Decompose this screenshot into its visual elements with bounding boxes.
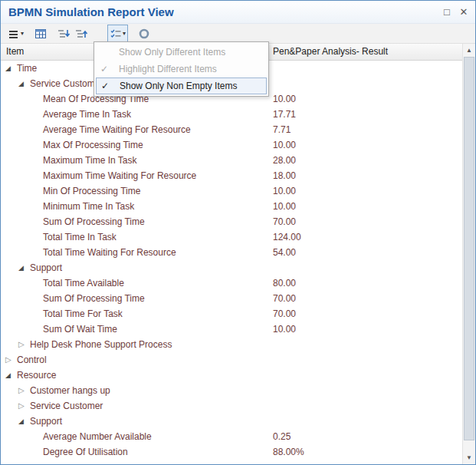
chevron-down-icon: ▾ (21, 30, 24, 37)
item-cell: ▷ Control (1, 352, 268, 368)
record-button[interactable] (136, 25, 153, 43)
item-label: Total Time In Task (43, 229, 117, 245)
expanded-icon[interactable]: ◢ (18, 76, 28, 91)
collapsed-icon[interactable]: ▷ (18, 383, 28, 398)
item-value: 0.25 (268, 429, 291, 444)
table-row[interactable]: ◢ Support (1, 260, 462, 275)
item-cell: Maximum Time Waiting For Resource (1, 168, 268, 183)
item-label: Service Customer (30, 76, 103, 91)
item-cell: ◢ Support (1, 260, 268, 275)
table-row[interactable]: ◢ Support (1, 414, 462, 429)
table-row[interactable]: ▷ Service Customer (1, 398, 462, 414)
expanded-icon[interactable]: ◢ (5, 368, 15, 383)
table-row[interactable]: Average Time Waiting For Resource 7.71 (1, 122, 462, 137)
table-row[interactable]: Maximum Time Waiting For Resource 18.00 (1, 168, 462, 183)
table-row[interactable]: Sum Of Wait Time 10.00 (1, 322, 462, 337)
item-value: 88.00% (268, 444, 304, 460)
item-label: Sum Of Processing Time (43, 291, 145, 306)
item-value: 70.00 (268, 291, 296, 306)
expanded-icon[interactable]: ◢ (18, 414, 28, 429)
item-label: Control (17, 352, 47, 368)
item-value (268, 352, 273, 368)
scroll-up-button[interactable]: ▲ (463, 44, 475, 57)
window-title: BPMN Simulation Report View (8, 5, 438, 18)
display-options-button[interactable]: ▾ (107, 25, 128, 43)
table-row[interactable]: ◢ Resource (1, 368, 462, 383)
item-value (268, 414, 273, 429)
menu-item[interactable]: ✓ Show Only Non Empty Items (96, 78, 267, 94)
item-value: 70.00 (268, 306, 296, 322)
table-row[interactable]: Max Of Processing Time 10.00 (1, 137, 462, 153)
expanded-icon[interactable]: ◢ (5, 61, 15, 76)
item-cell: Total Time In Task (1, 229, 268, 245)
title-bar: BPMN Simulation Report View □ ✕ (1, 1, 475, 24)
table-row[interactable]: Sum Of Processing Time 70.00 (1, 214, 462, 229)
item-label: Time (17, 61, 37, 76)
table-row[interactable]: ▷ Customer hangs up (1, 383, 462, 398)
item-cell: Max Of Processing Time (1, 137, 268, 153)
item-cell: Sum Of Processing Time (1, 214, 268, 229)
check-icon: ✓ (100, 64, 119, 74)
item-label: Customer hangs up (30, 383, 110, 398)
expanded-icon[interactable]: ◢ (18, 260, 28, 275)
vertical-scrollbar[interactable]: ▲ ▼ (462, 44, 475, 464)
menu-item: ✓ Highlight Different Items (96, 61, 267, 78)
collapse-items-button[interactable] (73, 25, 90, 43)
table-row[interactable]: Total Time In Task 124.00 (1, 229, 462, 245)
item-label: Max Of Processing Time (43, 137, 143, 153)
item-value: 80.00 (268, 275, 296, 291)
item-cell: Maximum Time In Task (1, 153, 268, 168)
item-value: 54.00 (268, 245, 296, 260)
menu-item-label: Show Only Different Items (119, 47, 225, 58)
item-value (268, 260, 273, 275)
item-label: Minimum Time In Task (43, 199, 134, 214)
item-label: Min Of Processing Time (43, 183, 140, 199)
maximize-button[interactable]: □ (438, 4, 455, 21)
item-label: Average Time Waiting For Resource (43, 122, 191, 137)
table-row[interactable]: Total Time Waiting For Resource 54.00 (1, 245, 462, 260)
item-value: 28.00 (268, 153, 296, 168)
report-table-icon (34, 28, 47, 40)
scroll-down-button[interactable]: ▼ (463, 451, 475, 464)
table-row[interactable]: Total Time Available 80.00 (1, 275, 462, 291)
table-row[interactable]: ▷ Help Desk Phone Support Process (1, 337, 462, 352)
table-row[interactable]: Average Number Available 0.25 (1, 429, 462, 444)
expand-all-icon (57, 28, 71, 40)
collapsed-icon[interactable]: ▷ (5, 352, 15, 368)
item-value (268, 398, 273, 414)
hamburger-icon (8, 28, 20, 40)
close-button[interactable]: ✕ (455, 4, 472, 21)
table-row[interactable]: Total Time For Task 70.00 (1, 306, 462, 322)
item-cell: Total Time Available (1, 275, 268, 291)
checklist-icon (110, 28, 122, 40)
scrollbar-thumb[interactable] (464, 57, 474, 440)
hamburger-menu-button[interactable]: ▾ (5, 25, 26, 43)
item-label: Average Time In Task (43, 107, 131, 122)
item-value: 7.71 (268, 122, 291, 137)
table-row[interactable]: Minimum Time In Task 10.00 (1, 199, 462, 214)
expand-items-button[interactable] (55, 25, 73, 43)
item-value: 17.71 (268, 107, 296, 122)
table-row[interactable]: Sum Of Processing Time 70.00 (1, 291, 462, 306)
item-label: Support (30, 414, 62, 429)
item-value (268, 337, 273, 352)
display-options-menu: Show Only Different Items ✓ Highlight Di… (94, 41, 269, 97)
table-row[interactable]: ▷ Control (1, 352, 462, 368)
item-value: 10.00 (268, 183, 296, 199)
column-header-result: Pen&Paper Analysis- Result (268, 44, 462, 60)
table-row[interactable]: Degree Of Utilisation 88.00% (1, 444, 462, 460)
table-row[interactable]: Average Time In Task 17.71 (1, 107, 462, 122)
table-row[interactable]: Min Of Processing Time 10.00 (1, 183, 462, 199)
item-value: 10.00 (268, 91, 296, 107)
check-icon: ✓ (101, 81, 120, 91)
collapsed-icon[interactable]: ▷ (18, 398, 28, 414)
bpmn-simulation-report-window: BPMN Simulation Report View □ ✕ ▾ (0, 0, 476, 465)
item-value: 10.00 (268, 137, 296, 153)
chevron-down-icon: ▾ (123, 30, 126, 37)
grid-body: ◢ Time ◢ Service Customer Mean Of Proces… (1, 61, 462, 460)
table-row[interactable]: Maximum Time In Task 28.00 (1, 153, 462, 168)
collapsed-icon[interactable]: ▷ (18, 337, 28, 352)
report-button[interactable] (32, 25, 49, 43)
item-label: Resource (17, 368, 56, 383)
item-cell: Minimum Time In Task (1, 199, 268, 214)
